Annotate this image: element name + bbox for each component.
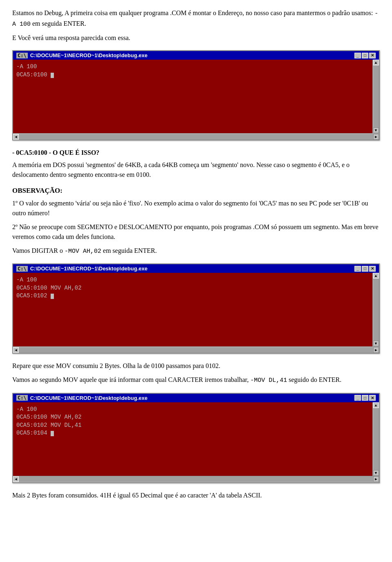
dos-body-2: -A 100 0CA5:0100 MOV AH,02 0CA5:0102 bbox=[13, 273, 372, 346]
title-text-1: C:\ C:\DOCUME~1\NECROD~1\Desktop\debug.e… bbox=[16, 52, 147, 58]
title-icon-3: C:\ bbox=[16, 395, 28, 401]
section1-paragraph: A memória em DOS possui 'segmentos' de 6… bbox=[12, 160, 380, 180]
dos-hscroll-3: ◄ ► bbox=[13, 476, 379, 482]
minimize-button-1[interactable]: _ bbox=[354, 53, 361, 58]
digitar-paragraph-1: Vamos DIGITAR o -MOV AH,02 em seguida EN… bbox=[12, 246, 380, 256]
minimize-button-2[interactable]: _ bbox=[354, 266, 361, 272]
dos-content-3: -A 100 0CA5:0100 MOV AH,02 0CA5:0102 MOV… bbox=[13, 402, 372, 476]
scroll-right-2[interactable]: ► bbox=[373, 347, 379, 353]
section1-label: - 0CA5:0100 - O QUE É ISSO? bbox=[12, 148, 380, 158]
scroll-up-3[interactable]: ▲ bbox=[373, 402, 379, 408]
dos-window-3: C:\ C:\DOCUME~1\NECROD~1\Desktop\debug.e… bbox=[12, 393, 380, 483]
dos-window-1: C:\ C:\DOCUME~1\NECROD~1\Desktop\debug.e… bbox=[12, 50, 380, 140]
maximize-button-1[interactable]: □ bbox=[362, 53, 368, 58]
title-text-2: C:\ C:\DOCUME~1\NECROD~1\Desktop\debug.e… bbox=[16, 265, 147, 272]
scroll-htrack-3 bbox=[19, 476, 373, 482]
inline-code-movah02: -MOV AH,02 bbox=[65, 248, 101, 255]
dos-body-3: -A 100 0CA5:0100 MOV AH,02 0CA5:0102 MOV… bbox=[13, 402, 372, 476]
dos-vscroll-3: ▲ ▼ bbox=[372, 402, 379, 476]
dos-vscroll-2: ▲ ▼ bbox=[372, 273, 379, 346]
scroll-htrack-2 bbox=[19, 347, 373, 353]
dos-window-2: C:\ C:\DOCUME~1\NECROD~1\Desktop\debug.e… bbox=[12, 263, 380, 354]
dos-hscroll-1: ◄ ► bbox=[13, 133, 379, 140]
dos-content-1: -A 100 0CA5:0100 bbox=[13, 60, 372, 133]
scroll-left-2[interactable]: ◄ bbox=[13, 347, 19, 353]
intro-paragraph-2: E Você verá uma resposta parecida com es… bbox=[12, 33, 380, 43]
scroll-down-1[interactable]: ▼ bbox=[373, 127, 379, 133]
cursor-1 bbox=[51, 73, 54, 78]
cursor-2 bbox=[51, 294, 54, 299]
win-buttons-1: _ □ ✕ bbox=[354, 53, 376, 58]
close-button-1[interactable]: ✕ bbox=[369, 53, 376, 58]
dos-text-2: -A 100 0CA5:0100 MOV AH,02 0CA5:0102 bbox=[16, 276, 369, 300]
title-icon-2: C:\ bbox=[16, 266, 28, 272]
win-buttons-2: _ □ ✕ bbox=[354, 266, 376, 272]
scroll-track-2 bbox=[373, 279, 379, 341]
inline-code-movdl41: -MOV DL,41 bbox=[250, 377, 287, 384]
titlebar-label-2: C:\DOCUME~1\NECROD~1\Desktop\debug.exe bbox=[30, 265, 148, 272]
digitar-paragraph-2: Vamos ao segundo MOV aquele que irá info… bbox=[12, 375, 380, 386]
dos-vscroll-1: ▲ ▼ bbox=[372, 60, 379, 133]
scroll-up-1[interactable]: ▲ bbox=[373, 60, 379, 65]
obs-label: OBSERVAÇÃO: bbox=[12, 185, 380, 196]
scroll-right-1[interactable]: ► bbox=[373, 134, 379, 140]
dos-titlebar-2: C:\ C:\DOCUME~1\NECROD~1\Desktop\debug.e… bbox=[13, 264, 379, 273]
scroll-left-1[interactable]: ◄ bbox=[13, 134, 19, 140]
dos-scrollbar-area-2: -A 100 0CA5:0100 MOV AH,02 0CA5:0102 ▲ ▼ bbox=[13, 273, 379, 346]
dos-text-3: -A 100 0CA5:0100 MOV AH,02 0CA5:0102 MOV… bbox=[16, 406, 369, 437]
bytes-paragraph-2: Mais 2 Bytes foram consumidos. 41H é igu… bbox=[12, 491, 380, 500]
dos-titlebar-3: C:\ C:\DOCUME~1\NECROD~1\Desktop\debug.e… bbox=[13, 394, 379, 402]
maximize-button-2[interactable]: □ bbox=[362, 266, 368, 272]
scroll-down-3[interactable]: ▼ bbox=[373, 470, 379, 476]
inline-code-a100: -A 100 bbox=[12, 10, 378, 28]
bytes-paragraph-1: Repare que esse MOV consumiu 2 Bytes. Ol… bbox=[12, 361, 380, 371]
minimize-button-3[interactable]: _ bbox=[354, 395, 361, 401]
scroll-right-3[interactable]: ► bbox=[373, 476, 379, 482]
titlebar-label-1: C:\DOCUME~1\NECROD~1\Desktop\debug.exe bbox=[30, 52, 148, 58]
intro-paragraph-1: Estamos no Debug, A primeira coisa em qu… bbox=[12, 8, 380, 29]
scroll-up-2[interactable]: ▲ bbox=[373, 273, 379, 279]
dos-scrollbar-area-3: -A 100 0CA5:0100 MOV AH,02 0CA5:0102 MOV… bbox=[13, 402, 379, 476]
scroll-left-3[interactable]: ◄ bbox=[13, 476, 19, 482]
scroll-track-3 bbox=[373, 408, 379, 470]
cursor-3 bbox=[51, 431, 54, 436]
dos-content-2: -A 100 0CA5:0100 MOV AH,02 0CA5:0102 bbox=[13, 273, 372, 346]
scroll-down-2[interactable]: ▼ bbox=[373, 341, 379, 346]
obs-paragraph-1: 1º O valor do segmento 'vária' ou seja n… bbox=[12, 198, 380, 218]
obs-paragraph-2: 2º Não se preocupe com SEGMENTO e DESLOC… bbox=[12, 222, 380, 242]
win-buttons-3: _ □ ✕ bbox=[354, 395, 376, 401]
dos-hscroll-2: ◄ ► bbox=[13, 346, 379, 353]
dos-scrollbar-area-1: -A 100 0CA5:0100 ▲ ▼ bbox=[13, 60, 379, 133]
dos-text-1: -A 100 0CA5:0100 bbox=[16, 63, 369, 79]
close-button-3[interactable]: ✕ bbox=[369, 395, 376, 401]
title-icon-1: C:\ bbox=[16, 53, 28, 58]
dos-titlebar-1: C:\ C:\DOCUME~1\NECROD~1\Desktop\debug.e… bbox=[13, 51, 379, 60]
scroll-htrack-1 bbox=[19, 134, 373, 140]
maximize-button-3[interactable]: □ bbox=[362, 395, 368, 401]
close-button-2[interactable]: ✕ bbox=[369, 266, 376, 272]
scroll-track-1 bbox=[373, 65, 379, 127]
title-text-3: C:\ C:\DOCUME~1\NECROD~1\Desktop\debug.e… bbox=[16, 395, 147, 401]
titlebar-label-3: C:\DOCUME~1\NECROD~1\Desktop\debug.exe bbox=[30, 395, 148, 401]
dos-body-1: -A 100 0CA5:0100 bbox=[13, 60, 372, 133]
